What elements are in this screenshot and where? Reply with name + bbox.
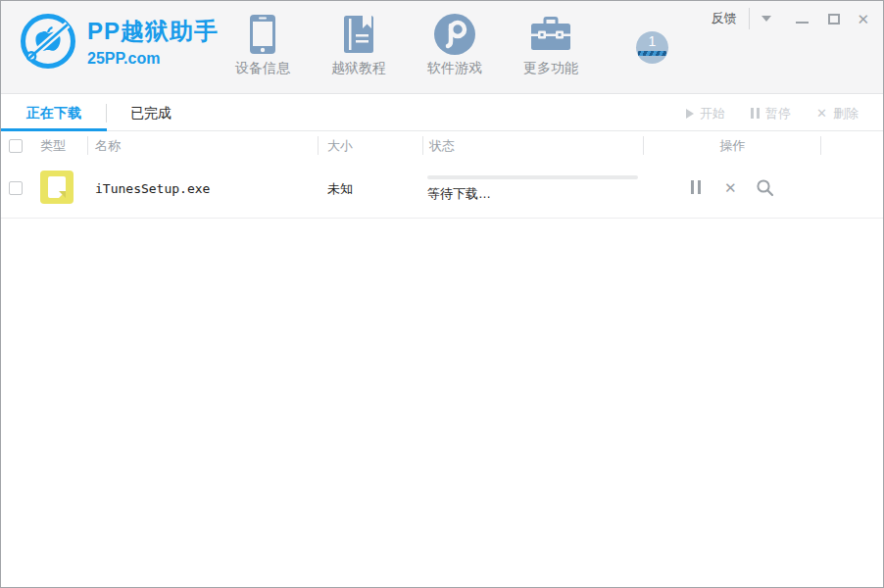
column-divider bbox=[422, 136, 423, 155]
app-title: PP越狱助手 bbox=[87, 16, 219, 47]
app-subtitle: 25PP.com bbox=[87, 50, 219, 68]
row-search-icon[interactable] bbox=[756, 178, 774, 201]
delete-icon: ✕ bbox=[816, 107, 827, 120]
tutorial-book-icon bbox=[343, 11, 374, 57]
table-row: iTunesSetup.exe 未知 等待下载… ✕ bbox=[1, 160, 883, 219]
app-header: PP越狱助手 25PP.com 设备信息 bbox=[1, 1, 883, 94]
download-status-text: 等待下载… bbox=[427, 185, 491, 203]
close-button[interactable]: ✕ bbox=[857, 12, 869, 26]
start-button[interactable]: 开始 bbox=[686, 105, 725, 122]
nav-item-jailbreak-tutorial[interactable]: 越狱教程 bbox=[311, 11, 407, 77]
start-label: 开始 bbox=[700, 105, 725, 122]
column-divider bbox=[643, 136, 644, 155]
app-window: PP越狱助手 25PP.com 设备信息 bbox=[0, 0, 884, 588]
chevron-down-icon[interactable] bbox=[761, 16, 771, 22]
main-nav: 设备信息 越狱教程 bbox=[215, 11, 599, 77]
column-header-operation: 操作 bbox=[645, 132, 820, 160]
download-status-badge[interactable]: 1 bbox=[636, 31, 668, 64]
column-header-status: 状态 bbox=[429, 132, 455, 160]
select-all-checkbox[interactable] bbox=[9, 139, 23, 153]
tab-downloading[interactable]: 正在下载 bbox=[1, 95, 107, 131]
titlebar-divider bbox=[749, 8, 750, 29]
app-identity: PP越狱助手 25PP.com bbox=[87, 16, 219, 68]
column-divider bbox=[87, 136, 88, 155]
file-type-icon bbox=[40, 171, 74, 204]
toolbox-icon bbox=[530, 11, 571, 57]
nav-item-software-games[interactable]: 软件游戏 bbox=[407, 11, 503, 77]
download-count: 1 bbox=[636, 33, 668, 49]
row-checkbox[interactable] bbox=[9, 181, 23, 195]
nav-item-more-functions[interactable]: 更多功能 bbox=[503, 11, 599, 77]
column-divider bbox=[318, 136, 319, 155]
delete-button[interactable]: ✕ 删除 bbox=[816, 105, 859, 122]
download-progress-stripes-icon bbox=[638, 51, 666, 56]
column-divider bbox=[820, 136, 821, 155]
batch-actions: 开始 暂停 ✕ 删除 bbox=[661, 95, 883, 131]
pause-icon bbox=[751, 108, 760, 119]
download-progress-bar bbox=[427, 175, 638, 179]
download-table-header: 类型 名称 大小 状态 操作 bbox=[1, 132, 883, 160]
column-header-type: 类型 bbox=[40, 132, 66, 160]
minimize-button[interactable] bbox=[796, 22, 809, 24]
nav-label: 越狱教程 bbox=[331, 60, 386, 77]
nav-label: 更多功能 bbox=[523, 60, 578, 77]
column-header-name: 名称 bbox=[95, 132, 121, 160]
titlebar-controls: 反馈 ✕ bbox=[711, 7, 869, 30]
column-header-size: 大小 bbox=[327, 132, 353, 160]
pause-button[interactable]: 暂停 bbox=[751, 105, 791, 122]
row-pause-button[interactable] bbox=[691, 180, 701, 194]
pp-apps-icon bbox=[433, 11, 476, 57]
active-tab-underline bbox=[1, 128, 107, 131]
device-phone-icon bbox=[249, 11, 276, 57]
nav-label: 设备信息 bbox=[235, 60, 290, 77]
play-icon bbox=[686, 109, 694, 119]
pause-label: 暂停 bbox=[765, 105, 791, 122]
nav-item-device-info[interactable]: 设备信息 bbox=[215, 11, 311, 77]
file-name: iTunesSetup.exe bbox=[95, 160, 210, 219]
delete-label: 删除 bbox=[833, 105, 859, 122]
row-cancel-button[interactable]: ✕ bbox=[724, 180, 737, 195]
download-tabbar: 正在下载 已完成 开始 暂停 ✕ 删除 bbox=[1, 95, 883, 131]
pp-jailbreak-logo-icon bbox=[19, 12, 77, 71]
feedback-link[interactable]: 反馈 bbox=[711, 10, 736, 27]
tab-completed[interactable]: 已完成 bbox=[107, 95, 195, 131]
maximize-button[interactable] bbox=[828, 14, 840, 24]
nav-label: 软件游戏 bbox=[427, 60, 482, 77]
file-size: 未知 bbox=[327, 160, 353, 219]
